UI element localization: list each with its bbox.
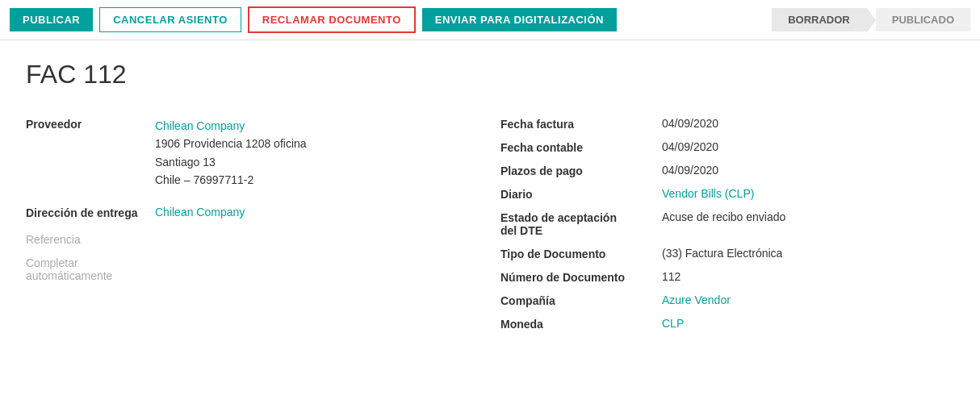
status-published: PUBLICADO — [876, 8, 970, 31]
numero-doc-value: 112 — [662, 270, 681, 283]
claim-button[interactable]: RECLAMAR DOCUMENTO — [248, 6, 416, 33]
reference-row: Referencia — [26, 227, 468, 251]
left-section: Proveedor Chilean Company 1906 Providenc… — [26, 112, 468, 335]
fecha-contable-row: Fecha contable 04/09/2020 — [500, 135, 943, 159]
tipo-doc-label: Tipo de Documento — [500, 247, 662, 260]
numero-doc-label: Número de Documento — [500, 270, 662, 284]
publish-button[interactable]: PUBLICAR — [10, 8, 93, 31]
delivery-value[interactable]: Chilean Company — [155, 206, 245, 219]
status-draft: BORRADOR — [772, 8, 866, 31]
fecha-factura-value: 04/09/2020 — [662, 117, 718, 130]
proveedor-address1: 1906 Providencia 1208 oficina — [155, 135, 307, 152]
diario-row: Diario Vendor Bills (CLP) — [500, 182, 943, 206]
proveedor-name-link[interactable]: Chilean Company — [155, 117, 307, 135]
proveedor-row: Proveedor Chilean Company 1906 Providenc… — [26, 112, 468, 194]
proveedor-address3: Chile – 76997711-2 — [155, 171, 307, 189]
status-arrow — [866, 7, 876, 33]
toolbar: PUBLICAR CANCELAR ASIENTO RECLAMAR DOCUM… — [0, 0, 980, 40]
auto-complete-label: Completarautomáticamente — [26, 256, 155, 282]
delivery-label: Dirección de entrega — [26, 206, 155, 219]
tipo-doc-value: (33) Factura Electrónica — [662, 247, 782, 260]
document-title: FAC 112 — [26, 60, 943, 90]
fecha-factura-label: Fecha factura — [500, 117, 662, 131]
delivery-row: Dirección de entrega Chilean Company — [26, 201, 468, 224]
fecha-contable-value: 04/09/2020 — [662, 140, 718, 153]
auto-complete-row: Completarautomáticamente — [26, 251, 468, 287]
plazos-row: Plazos de pago 04/09/2020 — [500, 159, 943, 182]
moneda-row: Moneda CLP — [500, 312, 943, 335]
fecha-factura-row: Fecha factura 04/09/2020 — [500, 112, 943, 135]
tipo-doc-row: Tipo de Documento (33) Factura Electróni… — [500, 242, 943, 265]
plazos-label: Plazos de pago — [500, 164, 662, 177]
proveedor-label: Proveedor — [26, 117, 155, 131]
diario-label: Diario — [500, 187, 662, 201]
estado-row: Estado de aceptacióndel DTE Acuse de rec… — [500, 206, 943, 242]
main-content: FAC 112 Proveedor Chilean Company 1906 P… — [0, 40, 969, 355]
compania-label: Compañía — [500, 294, 662, 307]
form-grid: Proveedor Chilean Company 1906 Providenc… — [26, 112, 943, 335]
compania-value[interactable]: Azure Vendor — [662, 294, 731, 306]
plazos-value: 04/09/2020 — [662, 164, 718, 177]
moneda-value[interactable]: CLP — [662, 317, 684, 330]
right-section: Fecha factura 04/09/2020 Fecha contable … — [500, 112, 943, 335]
moneda-label: Moneda — [500, 317, 662, 331]
proveedor-address2: Santiago 13 — [155, 153, 307, 171]
diario-value[interactable]: Vendor Bills (CLP) — [662, 187, 754, 200]
cancel-button[interactable]: CANCELAR ASIENTO — [99, 7, 241, 32]
reference-label: Referencia — [26, 232, 155, 246]
send-button[interactable]: ENVIAR PARA DIGITALIZACIÓN — [422, 8, 617, 31]
fecha-contable-label: Fecha contable — [500, 140, 662, 154]
compania-row: Compañía Azure Vendor — [500, 289, 943, 312]
status-bar: BORRADOR PUBLICADO — [772, 7, 970, 33]
estado-label: Estado de aceptacióndel DTE — [500, 210, 662, 237]
estado-value: Acuse de recibo enviado — [662, 210, 785, 223]
proveedor-value: Chilean Company 1906 Providencia 1208 of… — [155, 117, 307, 189]
numero-doc-row: Número de Documento 112 — [500, 265, 943, 289]
